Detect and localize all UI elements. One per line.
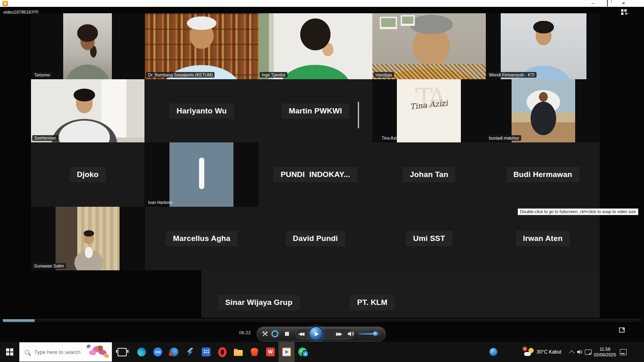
playlist-grid-icon[interactable] bbox=[621, 9, 629, 18]
participant-nameplate: Martin PWKWI bbox=[281, 103, 349, 119]
participant-label: Tariyono bbox=[32, 72, 52, 78]
repeat-ring-icon[interactable] bbox=[272, 331, 278, 337]
participant-tile: Dr. Bambang Soepijanto (KETUM) bbox=[145, 13, 258, 79]
volume-knob[interactable] bbox=[373, 331, 378, 336]
participant-nameplate: Marcellus Agha bbox=[166, 231, 238, 246]
blue-circle-icon bbox=[489, 348, 497, 356]
taskbar-app-whatsapp[interactable]: 4 bbox=[295, 342, 311, 362]
player-control-bar: ◀◀ ▶ ▶▶ bbox=[257, 327, 386, 341]
transport-panel bbox=[295, 329, 353, 339]
participant-nameplate: Umi SST bbox=[406, 231, 452, 246]
participant-tile: Irwan Aten bbox=[486, 207, 600, 270]
taskbar-app-video-player-active[interactable] bbox=[279, 342, 295, 362]
tray-app-icon[interactable] bbox=[488, 342, 499, 362]
weather-condition: Kabut bbox=[549, 349, 561, 355]
search-decoration-flower-image bbox=[84, 344, 111, 360]
tooltip: Double-click to go to fullscreen, ctrl+c… bbox=[518, 208, 638, 215]
opera-icon bbox=[218, 347, 227, 357]
scrollbar-artifact bbox=[358, 102, 359, 128]
taskbar-app-edge[interactable] bbox=[134, 342, 150, 362]
participant-nameplate: PUNDI INDOKAY... bbox=[273, 167, 357, 182]
participant-tile: Soeherman bbox=[31, 79, 144, 142]
avatar-image: TA Tina Azizi bbox=[397, 79, 461, 142]
rewind-button[interactable]: ◀◀ bbox=[298, 331, 303, 337]
volume-mute-icon[interactable] bbox=[347, 331, 355, 337]
bolt-app-icon bbox=[187, 348, 194, 356]
action-center-icon bbox=[620, 349, 627, 355]
close-button[interactable]: × bbox=[617, 0, 630, 7]
taskbar-app-zoom[interactable]: zm bbox=[150, 342, 166, 362]
weather-text[interactable]: 30°C Kabut bbox=[536, 342, 562, 362]
edge-icon bbox=[137, 348, 146, 356]
participant-tile: Umi SST bbox=[372, 207, 486, 270]
taskbar-app-opera[interactable] bbox=[214, 342, 230, 362]
participant-label: Inge Tjandra bbox=[260, 72, 287, 78]
action-center-button[interactable] bbox=[618, 342, 628, 362]
play-button[interactable]: ▶ bbox=[309, 326, 324, 341]
participant-tile: TA Tina Azizi Tina Azizi bbox=[372, 79, 486, 142]
participant-tile: David Pundi bbox=[258, 207, 372, 270]
participant-nameplate: Hariyanto Wu bbox=[169, 103, 234, 119]
gallery-bottom-row: Sinar Wijaya Grup PT. KLM bbox=[201, 270, 600, 318]
tray-clock[interactable]: 11.58 02/06/2025 bbox=[592, 342, 617, 362]
taskbar-app-brave[interactable] bbox=[246, 342, 262, 362]
fast-forward-button[interactable]: ▶▶ bbox=[336, 331, 341, 337]
wall-photo bbox=[380, 16, 397, 29]
participant-tile: Marcellus Agha bbox=[145, 207, 258, 270]
taskbar-app-w[interactable]: W bbox=[262, 342, 279, 362]
task-view-icon bbox=[118, 348, 127, 356]
participant-label: Dr. Bambang Soepijanto (KETUM) bbox=[146, 72, 215, 78]
player-app-icon bbox=[2, 1, 8, 6]
taskbar-search[interactable] bbox=[19, 342, 112, 362]
webcam-video bbox=[31, 79, 144, 142]
taskbar-app-explorer[interactable] bbox=[230, 342, 246, 362]
participant-nameplate: Irwan Aten bbox=[516, 231, 570, 246]
stop-icon bbox=[285, 332, 289, 336]
cloud-icon bbox=[524, 352, 531, 356]
participant-nameplate: David Pundi bbox=[286, 231, 345, 246]
participant-tile: Inge Tjandra bbox=[258, 13, 372, 79]
video-player-surface[interactable]: video1878616320 Tariyono Dr. Bambang Soe… bbox=[0, 7, 644, 342]
participant-nameplate: PT. KLM bbox=[350, 295, 394, 310]
participant-tile: Martin PWKWI bbox=[258, 79, 372, 142]
ring-glyph bbox=[272, 331, 278, 337]
task-view-button[interactable] bbox=[114, 342, 130, 362]
weather-badge: 1 bbox=[522, 346, 527, 351]
webcam-video bbox=[372, 13, 486, 79]
search-input[interactable] bbox=[33, 349, 83, 356]
taskbar-app-bolt[interactable] bbox=[182, 342, 198, 362]
participant-tile: Gunawan Salim bbox=[31, 207, 144, 270]
tray-weather[interactable]: 1 bbox=[523, 342, 535, 362]
tray-volume-button[interactable] bbox=[576, 342, 584, 362]
participant-tile: PUNDI INDOKAY... bbox=[258, 142, 372, 207]
fish-app-icon bbox=[169, 348, 178, 356]
avatar-letter bbox=[199, 158, 204, 189]
tray-hidden-icons-button[interactable] bbox=[568, 342, 576, 362]
participant-nameplate: Budi Hermawan bbox=[506, 167, 579, 182]
start-button[interactable] bbox=[0, 342, 19, 362]
webcam-video bbox=[501, 13, 586, 79]
zoom-icon: zm bbox=[153, 348, 162, 356]
display-icon bbox=[585, 350, 592, 355]
shuffle-icon[interactable] bbox=[262, 331, 268, 337]
webcam-video bbox=[258, 13, 372, 79]
popout-icon[interactable] bbox=[619, 327, 625, 335]
participant-tile: Budi Hermawan bbox=[486, 142, 600, 207]
participant-label: Tina Azizi bbox=[380, 135, 402, 141]
stop-button[interactable] bbox=[285, 332, 289, 336]
taskbar-separator bbox=[129, 347, 129, 357]
search-icon bbox=[25, 350, 29, 354]
restore-button[interactable] bbox=[601, 0, 613, 7]
seek-bar[interactable] bbox=[2, 319, 642, 323]
participant-nameplate: Djoko bbox=[70, 167, 106, 182]
whatsapp-icon: 4 bbox=[298, 348, 307, 356]
taskbar-app-media[interactable] bbox=[166, 342, 182, 362]
participant-tile: Tariyono bbox=[31, 13, 144, 79]
minimize-button[interactable]: – bbox=[587, 0, 599, 7]
volume-slider[interactable] bbox=[359, 333, 380, 335]
taskbar-app-grid[interactable] bbox=[198, 342, 214, 362]
wall-photo bbox=[400, 15, 415, 26]
weather-temperature: 30°C bbox=[537, 349, 547, 355]
tray-display-button[interactable] bbox=[584, 342, 592, 362]
chevron-up-icon bbox=[569, 350, 574, 356]
